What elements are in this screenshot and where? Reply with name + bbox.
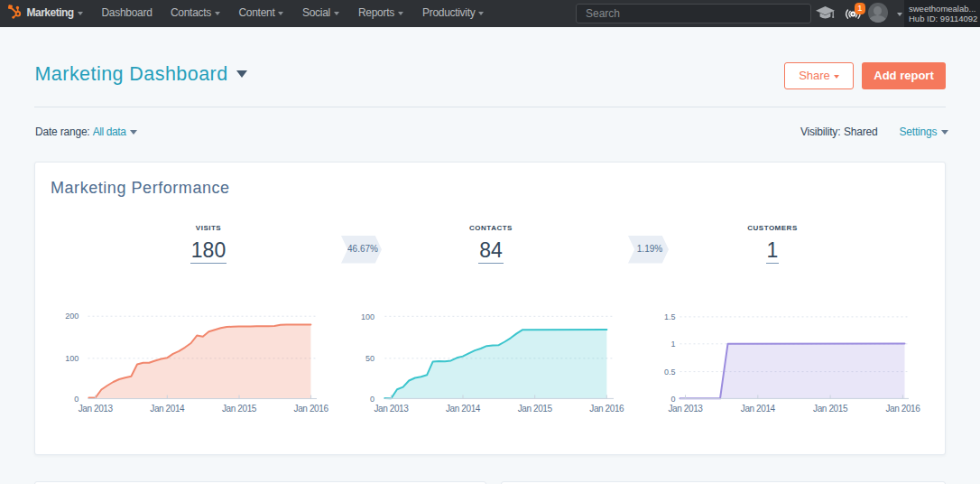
svg-text:Jan 2014: Jan 2014 <box>741 404 776 414</box>
svg-text:0.5: 0.5 <box>664 368 676 377</box>
svg-text:0: 0 <box>670 395 675 404</box>
svg-text:1.5: 1.5 <box>664 312 676 321</box>
svg-text:Jan 2014: Jan 2014 <box>446 404 481 414</box>
svg-text:Jan 2015: Jan 2015 <box>518 404 553 414</box>
svg-text:100: 100 <box>361 312 374 321</box>
svg-text:Jan 2016: Jan 2016 <box>885 404 920 414</box>
svg-text:Jan 2016: Jan 2016 <box>589 404 624 414</box>
svg-text:Jan 2015: Jan 2015 <box>222 404 257 414</box>
svg-text:Jan 2014: Jan 2014 <box>150 404 185 414</box>
svg-text:1: 1 <box>670 340 675 349</box>
svg-text:0: 0 <box>74 395 79 404</box>
svg-text:100: 100 <box>65 354 79 363</box>
svg-text:0: 0 <box>370 395 374 404</box>
svg-text:Jan 2016: Jan 2016 <box>294 404 329 414</box>
svg-text:Jan 2015: Jan 2015 <box>813 404 848 414</box>
svg-text:50: 50 <box>365 354 374 363</box>
svg-text:Jan 2013: Jan 2013 <box>79 404 114 414</box>
svg-text:Jan 2013: Jan 2013 <box>669 404 704 414</box>
svg-text:200: 200 <box>65 312 79 321</box>
svg-text:Jan 2013: Jan 2013 <box>374 404 409 414</box>
